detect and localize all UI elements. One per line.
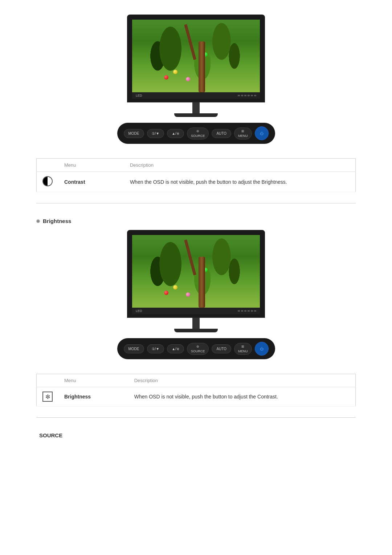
garden-scene-1	[132, 20, 260, 92]
info-table-1: Menu Description Contrast When the OSD i…	[36, 158, 356, 192]
mode-button-1[interactable]: MODE	[124, 129, 144, 138]
table1-icon-cell	[37, 172, 59, 192]
ball-green-2	[203, 268, 208, 272]
monitor-screen-2	[132, 235, 260, 308]
table2-menu-name: Brightness	[58, 387, 128, 406]
led-label-2: LED	[136, 309, 142, 313]
monitor-body-2: LED	[127, 230, 265, 318]
table1-menu-name: Contrast	[58, 172, 124, 192]
auto-button-1[interactable]: AUTO	[212, 129, 231, 138]
brightness-icon: ✼	[42, 392, 53, 402]
garden-scene-2	[132, 235, 260, 308]
tree-branch-1	[184, 24, 196, 60]
source-section: SOURCE	[36, 432, 356, 438]
monitor-dots-2	[238, 310, 256, 312]
tree-branch-2	[184, 239, 196, 275]
monitor-body-1: LED	[127, 15, 265, 102]
monitor-screen-1	[132, 20, 260, 92]
brightness-heading: Brightness	[36, 218, 356, 224]
table-row: Contrast When the OSD is not visible, pu…	[37, 172, 356, 192]
monitor-stand-neck-2	[192, 318, 200, 329]
ball-green-1	[203, 52, 208, 57]
ball-red-2	[164, 291, 168, 295]
brightness-section: Brightness	[36, 218, 356, 418]
table2-description: When OSD is not visible, push the button…	[128, 387, 356, 406]
table1-col1-header: Menu	[58, 159, 124, 172]
monitor-stand-base-1	[174, 113, 218, 117]
ball-pink-1	[186, 77, 190, 81]
ball-yellow-1	[173, 70, 177, 74]
vol-up-button-1[interactable]: ▲/※	[167, 129, 184, 138]
source-heading: SOURCE	[36, 432, 356, 438]
page-content: LED MODE ①/▼	[0, 0, 392, 467]
table1-col0-header	[37, 159, 59, 172]
contrast-icon	[42, 176, 53, 186]
button-bar-2: MODE ①/▼ ▲/※ ⊜SOURCE AUTO ⊞MENU ⏻	[117, 338, 275, 359]
table2-col1-header: Menu	[58, 374, 128, 387]
led-label-1: LED	[136, 94, 142, 97]
table2-col2-header: Description	[128, 374, 356, 387]
table2-icon-cell: ✼	[37, 387, 59, 406]
source-button-1[interactable]: ⊜SOURCE	[187, 127, 209, 139]
monitor-display-1: LED MODE ①/▼	[36, 15, 356, 144]
ball-yellow-2	[173, 285, 177, 289]
contrast-section: LED MODE ①/▼	[36, 15, 356, 203]
table2-col0-header	[37, 374, 59, 387]
power-button-1[interactable]: ⏻	[255, 126, 269, 140]
table1-col2-header: Description	[124, 159, 356, 172]
menu-button-2[interactable]: ⊞MENU	[234, 343, 252, 355]
auto-button-2[interactable]: AUTO	[212, 344, 231, 353]
source-button-2[interactable]: ⊜SOURCE	[187, 343, 209, 355]
monitor-stand-neck-1	[192, 102, 200, 113]
monitor-wrapper-1: LED	[127, 15, 265, 117]
monitor-wrapper-2: LED	[127, 230, 265, 332]
source-heading-text: SOURCE	[39, 432, 62, 438]
vol-up-button-2[interactable]: ▲/※	[167, 344, 184, 353]
power-button-2[interactable]: ⏻	[255, 342, 269, 356]
mode-button-2[interactable]: MODE	[124, 344, 144, 353]
table-row: ✼ Brightness When OSD is not visible, pu…	[37, 387, 356, 406]
ball-pink-2	[186, 292, 190, 297]
vol-down-button-2[interactable]: ①/▼	[147, 344, 164, 353]
monitor-dots-1	[238, 95, 256, 96]
info-table-2: Menu Description ✼ Brightness When OSD i…	[36, 374, 356, 406]
menu-button-1[interactable]: ⊞MENU	[234, 127, 252, 139]
button-bar-1: MODE ①/▼ ▲/※ ⊜SOURCE AUTO ⊞MENU ⏻	[117, 123, 275, 144]
vol-down-button-1[interactable]: ①/▼	[147, 129, 164, 138]
divider-1	[36, 203, 356, 203]
brightness-heading-text: Brightness	[43, 218, 71, 224]
brightness-bullet-icon	[36, 219, 40, 223]
monitor-bottom-bar-1: LED	[132, 92, 260, 99]
monitor-bottom-bar-2: LED	[132, 308, 260, 314]
monitor-stand-base-2	[174, 329, 218, 332]
monitor-display-2: LED MODE ①/▼	[36, 230, 356, 359]
ball-red-1	[164, 75, 168, 80]
divider-2	[36, 417, 356, 418]
table1-description: When the OSD is not visible, push the bu…	[124, 172, 356, 192]
